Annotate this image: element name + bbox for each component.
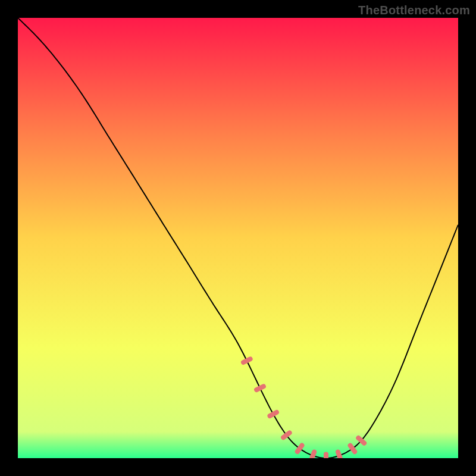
trough-dash (243, 359, 250, 362)
trough-dash (312, 452, 315, 458)
watermark-text: TheBottleneck.com (358, 4, 470, 17)
chart-frame: TheBottleneck.com (0, 0, 476, 476)
trough-dash (256, 386, 264, 390)
plot-area (18, 18, 458, 458)
gradient-background (18, 18, 458, 458)
trough-dash (270, 412, 277, 416)
trough-dash (338, 452, 340, 458)
chart-svg (18, 18, 458, 458)
